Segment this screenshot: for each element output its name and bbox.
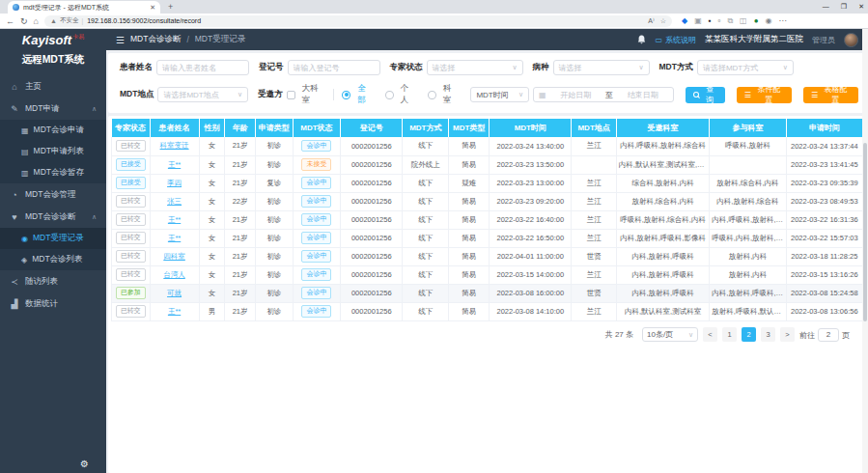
next-page-button[interactable]: >	[780, 327, 795, 342]
browser-essentials-icon[interactable]: ●	[754, 17, 759, 25]
disease-select[interactable]: 请选择 ∨	[553, 60, 650, 75]
chevron-down-icon: ∨	[638, 64, 643, 71]
more-menu-icon[interactable]: ⋯	[779, 17, 787, 25]
sidebar-item-apply-list[interactable]: ▤ MDT申请列表	[0, 141, 106, 162]
table-row[interactable]: 已接受 王** 女 21岁 初诊 未接受 0002001256 院外线上 简易 …	[112, 155, 863, 174]
radio-personal[interactable]	[385, 91, 394, 99]
page-scrollbar[interactable]	[862, 29, 868, 473]
tab-title: mdt受理记录 - 远程MDT系统	[23, 3, 146, 13]
mdt-time-select[interactable]: MDT时间 ∨	[470, 87, 529, 102]
mdt-time-cell: 2022-03-23 09:20:00	[490, 192, 572, 210]
patient-name-link[interactable]: 王**	[168, 234, 181, 242]
table-row[interactable]: 已转交 四科室 女 21岁 初诊 会诊中 0002001256 线下 简易 20…	[112, 247, 863, 265]
condition-config-button[interactable]: ☰ 条件配置	[737, 87, 792, 103]
collections-icon[interactable]: ⧉	[727, 17, 733, 25]
patient-name-link[interactable]: 可就	[167, 289, 182, 297]
patient-name-link[interactable]: 科室变迁	[160, 141, 189, 150]
table-config-button[interactable]: ☰ 表格配置	[803, 87, 858, 103]
table-row[interactable]: 已转交 张三 女 22岁 初诊 会诊中 0002001256 线下 简易 202…	[112, 192, 863, 210]
register-no-input[interactable]	[294, 64, 375, 72]
register-no-cell: 0002001256	[341, 210, 403, 229]
apply-time-cell: 2022-03-22 16:31:36	[786, 210, 862, 229]
refresh-icon[interactable]: ↻	[20, 16, 28, 26]
security-warning[interactable]: ▲ 不安全 |	[50, 16, 83, 25]
notification-bell-icon[interactable]	[637, 35, 646, 44]
window-restore-button[interactable]: ❐	[841, 3, 847, 11]
search-button[interactable]: 查询	[686, 87, 724, 103]
table-row[interactable]: 已转交 王** 女 21岁 初诊 会诊中 0002001256 线下 简易 20…	[112, 210, 863, 229]
home-icon[interactable]: ⌂	[34, 16, 39, 26]
sidebar-item-home[interactable]: ⌂ 主页	[0, 75, 106, 97]
chart-icon: ▟	[10, 299, 19, 309]
tab-close-icon[interactable]: ✕	[150, 4, 155, 12]
address-bar[interactable]: ▲ 不安全 | 192.168.0.156:9002/consultate/re…	[44, 15, 672, 27]
sidebar-item-followup-list[interactable]: ≺ 随访列表	[0, 270, 106, 292]
page-button[interactable]: 2	[742, 327, 756, 342]
patient-name-input[interactable]	[162, 64, 243, 72]
expert-status-badge: 已转交	[116, 140, 146, 152]
patient-name-link[interactable]: 王**	[168, 215, 181, 224]
invited-depts-cell: 内科,放射科,呼吸科	[616, 247, 710, 265]
page-button[interactable]: 1	[722, 327, 737, 342]
mdt-status-badge: 会诊中	[301, 213, 331, 225]
sidebar-item-consult-manage[interactable]: ◔ MDT会诊管理	[0, 183, 106, 206]
expert-status-select[interactable]: 请选择 ∨	[427, 60, 523, 75]
radio-all[interactable]	[342, 91, 350, 99]
new-tab-button[interactable]: +	[168, 2, 173, 14]
extension-icon-4[interactable]: ▫	[718, 17, 721, 25]
window-close-button[interactable]: ✕	[858, 3, 864, 11]
window-minimize-button[interactable]: —	[823, 3, 829, 10]
favorite-star-icon[interactable]: ☆	[660, 17, 666, 25]
table-row[interactable]: 已转交 台湾人 女 21岁 初诊 会诊中 0002001256 线下 简易 20…	[112, 265, 863, 284]
sidebar-item-statistics[interactable]: ▟ 数据统计	[0, 292, 106, 315]
sidebar-item-consult-list[interactable]: ◈ MDT会诊列表	[0, 249, 106, 270]
table-row[interactable]: 已转交 王** 女 21岁 初诊 会诊中 0002001256 线下 简易 20…	[112, 229, 863, 247]
read-aloud-icon[interactable]: A⁾	[648, 17, 654, 25]
url-text[interactable]: 192.168.0.156:9002/consultate/record	[87, 17, 644, 24]
sliders-icon: ☰	[811, 91, 818, 99]
page-button[interactable]: 3	[761, 327, 775, 342]
system-help-link[interactable]: ▭ 系统说明	[655, 35, 696, 45]
sidebar-item-consult-draft[interactable]: ▥ MDT会诊暂存	[0, 162, 106, 183]
sidebar-item-consult-apply[interactable]: ▦ MDT会诊申请	[0, 120, 106, 141]
table-row[interactable]: 已转交 科室变迁 女 21岁 初诊 会诊中 0002001256 线下 简易 2…	[112, 137, 863, 155]
page-size-select[interactable]: 10条/页 ∨	[642, 327, 698, 342]
extension-icon-2[interactable]: ▣	[694, 17, 702, 25]
extension-icon-3[interactable]: ▪	[709, 17, 712, 25]
patient-name-link[interactable]: 王**	[168, 160, 181, 169]
logo[interactable]: Kayisoft 卡易	[0, 29, 106, 50]
patient-name-link[interactable]: 台湾人	[163, 270, 185, 279]
date-range-picker[interactable]: ▦ 开始日期 至 结束日期	[533, 87, 674, 102]
back-icon[interactable]: ←	[6, 16, 14, 26]
apply-time-cell: 2022-03-08 15:24:58	[786, 284, 862, 302]
extension-icon-1[interactable]: ◆	[682, 17, 687, 25]
sidebar-item-accept-record[interactable]: ◉ MDT受理记录	[0, 228, 106, 249]
mdt-type-cell: 简易	[449, 265, 490, 284]
apply-type-cell: 复诊	[255, 174, 293, 192]
patient-name-link[interactable]: 四科室	[163, 252, 185, 261]
patient-name-link[interactable]: 李四	[167, 179, 182, 187]
table-row[interactable]: 已接受 李四 女 21岁 复诊 会诊中 0002001256 线下 疑难 202…	[112, 174, 863, 192]
radio-dept[interactable]	[428, 91, 436, 99]
chevron-down-icon: ∨	[512, 64, 517, 71]
user-avatar[interactable]	[844, 33, 858, 47]
patient-name-link[interactable]: 王**	[168, 307, 181, 316]
mdt-place-cell: 兰江	[572, 174, 616, 192]
goto-page-input[interactable]	[818, 328, 839, 342]
settings-gear-icon[interactable]: ⚙	[80, 459, 89, 469]
prev-page-button[interactable]: <	[703, 327, 717, 342]
browser-tab[interactable]: mdt受理记录 - 远程MDT系统 ✕	[8, 1, 160, 14]
table-row[interactable]: 已转交 王** 男 21岁 初诊 会诊中 0002001256 线下 简易 20…	[112, 302, 863, 320]
apply-type-cell: 初诊	[255, 137, 293, 155]
split-screen-icon[interactable]: ◫	[740, 17, 747, 25]
sidebar-item-mdt-apply[interactable]: ✎ MDT申请 ∧	[0, 97, 106, 120]
mdt-mode-select[interactable]: 请选择MDT方式 ∨	[697, 60, 794, 75]
big-dept-checkbox[interactable]	[287, 91, 295, 99]
patient-name-link[interactable]: 张三	[167, 197, 182, 206]
sidebar-item-consult-diagnose[interactable]: ♥ MDT会诊诊断 ∧	[0, 206, 106, 228]
profile-avatar-icon[interactable]: ◉	[766, 17, 772, 25]
mdt-place-select[interactable]: 请选择MDT地点 ∨	[157, 87, 248, 102]
collapse-menu-icon[interactable]: ☰	[116, 35, 125, 45]
table-row[interactable]: 已参加 可就 女 21岁 初诊 会诊中 0002001256 线下 简易 202…	[112, 284, 863, 302]
scrollbar-thumb[interactable]	[863, 143, 867, 321]
